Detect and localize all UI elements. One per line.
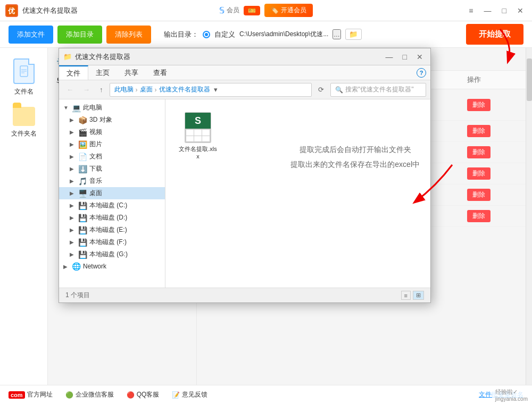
bc-item-pc[interactable]: 此电脑 bbox=[114, 85, 134, 94]
tree-item-download[interactable]: ▶ ⬇️ 下载 bbox=[59, 163, 165, 175]
official-site-link[interactable]: com 官方网址 bbox=[9, 390, 53, 399]
add-file-button[interactable]: 添加文件 bbox=[9, 26, 53, 44]
view-list-button[interactable]: ≡ bbox=[401, 291, 411, 300]
tree-label-pc: 此电脑 bbox=[83, 103, 102, 112]
tree-toggle-video: ▶ bbox=[70, 129, 76, 135]
nav-forward[interactable]: → bbox=[80, 84, 93, 95]
hint-line2: 提取出来的文件名保存在导出的excel中 bbox=[290, 157, 420, 172]
delete-button[interactable]: 删除 bbox=[467, 146, 491, 158]
tree-item-disk-e[interactable]: ▶ 💾 本地磁盘 (E:) bbox=[59, 224, 165, 236]
modal-menu-home[interactable]: 主页 bbox=[88, 65, 117, 80]
modal-menu-share[interactable]: 共享 bbox=[117, 65, 146, 80]
output-dots-button[interactable]: ... bbox=[332, 29, 340, 39]
tree-item-video[interactable]: ▶ 🎬 视频 bbox=[59, 126, 165, 138]
delete-button[interactable]: 删除 bbox=[467, 125, 491, 137]
tree-icon-pc: 💻 bbox=[72, 104, 81, 112]
titlebar: 优 优速文件名提取器 𝕊 会员 🎫 🏷️ 开通会员 ≡ — □ ✕ bbox=[0, 0, 532, 21]
modal-maximize[interactable]: □ bbox=[400, 52, 410, 62]
folder-browse-button[interactable]: 📁 bbox=[345, 29, 362, 40]
tree-toggle-pic: ▶ bbox=[70, 141, 76, 147]
delete-button[interactable]: 删除 bbox=[467, 167, 491, 180]
modal-tree: ▼ 💻 此电脑 ▶ 📦 3D 对象 ▶ 🎬 视频 ▶ 🖼️ 图片 ▶ � bbox=[59, 99, 165, 288]
window-controls: ≡ — □ ✕ bbox=[466, 5, 527, 16]
member-icon: 𝕊 bbox=[219, 5, 225, 15]
bc-dropdown[interactable]: ▾ bbox=[212, 86, 219, 94]
wechat-service-link[interactable]: 🟢 企业微信客服 bbox=[65, 390, 114, 399]
output-radio[interactable] bbox=[203, 31, 210, 38]
tree-toggle-desktop: ▶ bbox=[70, 190, 76, 196]
modal-menu-view[interactable]: 查看 bbox=[146, 65, 174, 80]
tree-item-desktop[interactable]: ▶ 🖥️ 桌面 bbox=[59, 187, 165, 199]
tree-item-music[interactable]: ▶ 🎵 音乐 bbox=[59, 175, 165, 187]
tree-label-pic: 图片 bbox=[89, 140, 102, 149]
menu-button[interactable]: ≡ bbox=[466, 5, 476, 16]
tree-item-disk-f[interactable]: ▶ 💾 本地磁盘 (F:) bbox=[59, 236, 165, 248]
bc-item-app[interactable]: 优速文件名提取器 bbox=[159, 85, 210, 94]
hint-line1: 提取完成后会自动打开输出文件夹 bbox=[290, 142, 420, 157]
col-action: 操作 bbox=[461, 71, 526, 89]
breadcrumb: 此电脑 › 桌面 › 优速文件名提取器 ▾ bbox=[110, 83, 312, 97]
feedback-link[interactable]: 📝 意见反馈 bbox=[172, 390, 207, 399]
tree-icon-network: 🌐 bbox=[72, 262, 81, 271]
watermark: 经验啦✓ jingyania.com bbox=[492, 387, 531, 403]
right-scrollbar[interactable] bbox=[526, 48, 532, 385]
sidebar-item-filename[interactable]: 文件名 bbox=[13, 58, 35, 96]
official-label: 官方网址 bbox=[27, 390, 53, 399]
file-item-excel[interactable]: S 文件名提取.xlsx bbox=[174, 108, 222, 164]
maximize-button[interactable]: □ bbox=[499, 5, 510, 16]
clear-list-button[interactable]: 清除列表 bbox=[106, 26, 151, 44]
modal-menu-file[interactable]: 文件 bbox=[59, 65, 88, 80]
tree-item-network[interactable]: ▶ 🌐 Network bbox=[59, 260, 165, 272]
tree-label-disk-c: 本地磁盘 (C:) bbox=[89, 201, 127, 210]
tree-label-disk-e: 本地磁盘 (E:) bbox=[89, 225, 127, 234]
tree-icon-music: 🎵 bbox=[78, 177, 87, 186]
cell-action: 删除 bbox=[461, 121, 526, 142]
tree-label-disk-d: 本地磁盘 (D:) bbox=[89, 213, 127, 222]
delete-button[interactable]: 删除 bbox=[467, 99, 491, 111]
close-button[interactable]: ✕ bbox=[514, 5, 527, 16]
sidebar-item-foldername[interactable]: 文件夹名 bbox=[11, 107, 37, 138]
svg-text:优: 优 bbox=[7, 7, 15, 15]
minimize-button[interactable]: — bbox=[481, 5, 495, 16]
open-vip-button[interactable]: 🏷️ 开通会员 bbox=[264, 4, 313, 17]
modal-minimize[interactable]: — bbox=[383, 52, 396, 62]
delete-button[interactable]: 删除 bbox=[467, 189, 491, 201]
modal-nav: ← → ↑ 此电脑 › 桌面 › 优速文件名提取器 ▾ ⟳ 🔍 搜索"优速文件名… bbox=[59, 80, 430, 99]
tree-item-disk-g[interactable]: ▶ 💾 本地磁盘 (G:) bbox=[59, 248, 165, 260]
modal-title: 优速文件名提取器 bbox=[75, 52, 379, 62]
modal-close[interactable]: ✕ bbox=[413, 52, 426, 62]
foldername-label: 文件夹名 bbox=[11, 129, 37, 138]
tree-item-disk-d[interactable]: ▶ 💾 本地磁盘 (D:) bbox=[59, 212, 165, 224]
qq-service-link[interactable]: 🔴 QQ客服 bbox=[127, 390, 160, 399]
tree-item-3d[interactable]: ▶ 📦 3D 对象 bbox=[59, 114, 165, 126]
excel-body bbox=[185, 129, 211, 142]
cell-action: 删除 bbox=[461, 142, 526, 163]
modal-help[interactable]: ? bbox=[417, 68, 426, 78]
titlebar-center: 𝕊 会员 🎫 🏷️ 开通会员 bbox=[219, 4, 313, 17]
toolbar: 添加文件 添加目录 清除列表 输出目录： 自定义 C:\Users\admin\… bbox=[0, 21, 532, 48]
tree-icon-disk-f: 💾 bbox=[78, 238, 87, 247]
view-grid-button[interactable]: ⊞ bbox=[413, 291, 424, 300]
nav-back[interactable]: ← bbox=[63, 84, 77, 95]
bc-item-desktop[interactable]: 桌面 bbox=[140, 85, 153, 94]
tree-item-disk-c[interactable]: ▶ 💾 本地磁盘 (C:) bbox=[59, 199, 165, 212]
cell-action: 删除 bbox=[461, 163, 526, 184]
qq-icon: 🔴 bbox=[127, 391, 135, 399]
tree-icon-disk-c: 💾 bbox=[78, 201, 87, 210]
wechat-label: 企业微信客服 bbox=[76, 390, 114, 399]
output-path: C:\Users\admin\Desktop\优速... bbox=[239, 30, 328, 39]
tree-label-video: 视频 bbox=[89, 128, 102, 137]
tree-item-pc[interactable]: ▼ 💻 此电脑 bbox=[59, 102, 165, 114]
hint-text: 提取完成后会自动打开输出文件夹 提取出来的文件名保存在导出的excel中 bbox=[290, 142, 420, 172]
tree-icon-disk-d: 💾 bbox=[78, 214, 87, 222]
delete-button[interactable]: 删除 bbox=[467, 210, 491, 222]
tree-item-doc[interactable]: ▶ 📄 文档 bbox=[59, 150, 165, 163]
tree-toggle-pc: ▼ bbox=[63, 105, 70, 111]
start-extract-button[interactable]: 开始提取 bbox=[466, 24, 523, 45]
vip-badge: 🎫 bbox=[244, 6, 260, 15]
tree-item-pic[interactable]: ▶ 🖼️ 图片 bbox=[59, 138, 165, 150]
nav-up[interactable]: ↑ bbox=[96, 84, 106, 95]
refresh-button[interactable]: ⟳ bbox=[315, 84, 327, 95]
modal-folder-icon: 📁 bbox=[63, 53, 72, 61]
add-dir-button[interactable]: 添加目录 bbox=[57, 26, 102, 44]
